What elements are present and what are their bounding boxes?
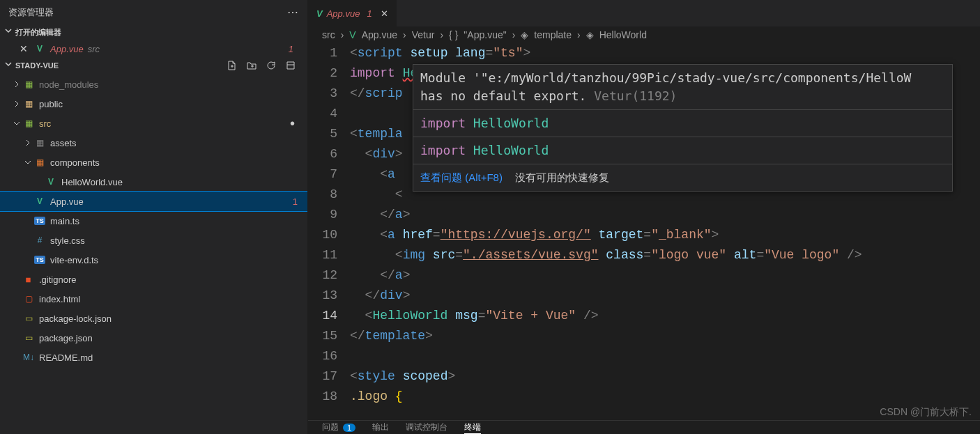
tree-file-package-lock[interactable]: ▭ package-lock.json xyxy=(0,309,307,328)
tab-app-vue[interactable]: V App.vue 1 ✕ xyxy=(308,0,397,26)
folder-icon: ▦ xyxy=(22,117,35,130)
tree-label: HelloWorld.vue xyxy=(61,177,123,187)
hover-actions-bar: 查看问题 (Alt+F8) 没有可用的快速修复 xyxy=(413,164,952,191)
breadcrumb[interactable]: src › V App.vue › Vetur › { } "App.vue" … xyxy=(308,26,980,43)
editor-area: V App.vue 1 ✕ src › V App.vue › Vetur › … xyxy=(308,0,980,434)
tree-folder-src[interactable]: ▦ src • xyxy=(0,114,307,133)
chevron-down-icon xyxy=(22,158,33,166)
tree-label: package.json xyxy=(39,333,93,343)
vue-icon: V xyxy=(33,42,46,55)
tree-file-gitignore[interactable]: ◆ .gitignore xyxy=(0,270,307,289)
explorer-title: 资源管理器 xyxy=(8,6,54,19)
bc-item[interactable]: Vetur xyxy=(412,29,435,40)
vue-icon: V xyxy=(45,176,57,188)
watermark-text: CSDN @门前大桥下. xyxy=(880,406,972,419)
bc-item[interactable]: src xyxy=(322,29,335,40)
chevron-right-icon: › xyxy=(512,29,516,40)
tree-file-style-css[interactable]: # style.css xyxy=(0,231,307,250)
folder-icon: ▦ xyxy=(22,78,35,91)
file-tree: ▦ node_modules ▦ public ▦ src • ▦ assets… xyxy=(0,73,307,434)
open-editors-label: 打开的编辑器 xyxy=(15,27,61,38)
no-quickfix-label: 没有可用的快速修复 xyxy=(515,169,609,187)
md-icon: M↓ xyxy=(22,351,35,364)
tree-label: public xyxy=(39,99,63,109)
vue-icon: V xyxy=(316,8,323,19)
bc-item[interactable]: App.vue xyxy=(362,29,397,40)
code-editor[interactable]: 1234 5678 9101112 13141516 1718 <script … xyxy=(308,43,980,434)
explorer-sidebar: 资源管理器 ⋯ 打开的编辑器 ✕ V App.vue src 1 STADY-V… xyxy=(0,0,308,434)
bc-item[interactable]: "App.vue" xyxy=(464,29,506,40)
chevron-down-icon xyxy=(4,60,15,71)
tree-file-vite-env[interactable]: TS vite-env.d.ts xyxy=(0,250,307,270)
tree-label: package-lock.json xyxy=(39,313,112,324)
folder-icon: ▦ xyxy=(22,98,35,110)
open-editor-item[interactable]: ✕ V App.vue src 1 xyxy=(0,40,307,58)
hover-suggestion[interactable]: import HelloWorld xyxy=(413,137,952,164)
bottom-panel-tabs: 问题 1 输出 调试控制台 终端 xyxy=(308,420,980,434)
symbol-icon: ◈ xyxy=(521,29,528,40)
bc-item[interactable]: HelloWorld xyxy=(599,29,647,40)
tree-file-index-html[interactable]: ▢ index.html xyxy=(0,289,307,309)
tab-debug-console[interactable]: 调试控制台 xyxy=(406,421,447,433)
tree-folder-node-modules[interactable]: ▦ node_modules xyxy=(0,75,307,94)
close-icon[interactable]: ✕ xyxy=(20,43,33,54)
tree-file-app-vue[interactable]: V App.vue 1 xyxy=(0,192,307,211)
tree-label: vite-env.d.ts xyxy=(50,255,98,265)
tree-label: README.md xyxy=(39,352,93,363)
tree-folder-components[interactable]: ▦ components xyxy=(0,153,307,172)
open-editors-header[interactable]: 打开的编辑器 xyxy=(0,24,307,40)
tree-file-readme[interactable]: M↓ README.md xyxy=(0,348,307,367)
vue-icon: V xyxy=(349,29,355,40)
tree-label: node_modules xyxy=(39,79,98,90)
close-icon[interactable]: ✕ xyxy=(381,8,388,19)
project-actions xyxy=(227,60,303,71)
more-actions-button[interactable]: ⋯ xyxy=(287,6,299,19)
tab-terminal[interactable]: 终端 xyxy=(464,421,481,434)
new-folder-icon[interactable] xyxy=(246,60,257,71)
new-file-icon[interactable] xyxy=(227,60,238,71)
tree-file-helloworld[interactable]: V HelloWorld.vue xyxy=(0,172,307,192)
collapse-icon[interactable] xyxy=(285,60,296,71)
dirty-indicator-icon: • xyxy=(290,116,295,132)
tree-label: .gitignore xyxy=(39,274,76,285)
ts-icon: TS xyxy=(33,254,46,266)
problems-count-badge: 1 xyxy=(343,424,355,432)
view-problem-link[interactable]: 查看问题 (Alt+F8) xyxy=(420,169,503,187)
tab-output[interactable]: 输出 xyxy=(372,421,389,433)
chevron-down-icon xyxy=(11,119,22,127)
tree-folder-public[interactable]: ▦ public xyxy=(0,94,307,114)
json-icon: ▭ xyxy=(22,332,35,344)
code-content[interactable]: <script setup lang="ts"> import HelloWor… xyxy=(350,43,980,434)
hover-suggestion[interactable]: import HelloWorld xyxy=(413,109,952,137)
json-icon: ▭ xyxy=(22,312,35,325)
refresh-icon[interactable] xyxy=(266,60,277,71)
tree-label: index.html xyxy=(39,294,80,304)
tree-file-main-ts[interactable]: TS main.ts xyxy=(0,211,307,231)
tree-label: assets xyxy=(50,138,77,148)
folder-icon: ▦ xyxy=(33,156,46,169)
ts-icon: TS xyxy=(33,215,46,227)
project-name: STADY-VUE xyxy=(15,61,59,70)
chevron-right-icon: › xyxy=(403,29,406,40)
open-editor-badge: 1 xyxy=(289,44,303,54)
error-hover-popup: Module '"e:/myWorld/tanzhou/99Pic/stady-… xyxy=(413,64,953,192)
folder-icon: ▦ xyxy=(33,137,46,149)
explorer-header: 资源管理器 ⋯ xyxy=(0,0,307,24)
open-editor-filename: App.vue xyxy=(50,44,84,54)
tree-label: src xyxy=(39,118,51,129)
chevron-right-icon xyxy=(11,80,22,88)
tab-problems[interactable]: 问题 1 xyxy=(322,421,355,433)
tree-folder-assets[interactable]: ▦ assets xyxy=(0,133,307,153)
chevron-right-icon xyxy=(22,139,33,147)
vue-icon: V xyxy=(33,195,46,208)
project-header[interactable]: STADY-VUE xyxy=(0,58,307,73)
tab-problem-badge: 1 xyxy=(367,8,372,19)
tree-file-package-json[interactable]: ▭ package.json xyxy=(0,328,307,348)
tree-label: style.css xyxy=(50,235,85,246)
bc-item[interactable]: template xyxy=(534,29,572,40)
chevron-right-icon: › xyxy=(577,29,581,40)
tab-title: App.vue xyxy=(327,8,360,19)
chevron-right-icon xyxy=(11,100,22,108)
tree-label: components xyxy=(50,157,100,168)
chevron-right-icon: › xyxy=(341,29,344,40)
